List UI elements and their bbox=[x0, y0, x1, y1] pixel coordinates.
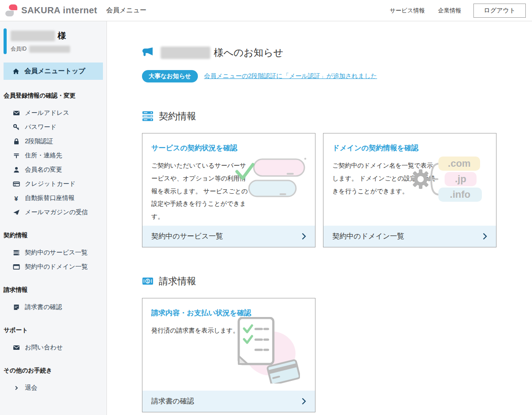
billing-section-heading: 1 請求情報 bbox=[142, 275, 497, 287]
browser-window-icon bbox=[12, 263, 20, 271]
sidebar-item-contact[interactable]: お問い合わせ bbox=[12, 341, 103, 355]
key-icon bbox=[12, 124, 20, 131]
server-stack-icon bbox=[142, 111, 154, 121]
sidebar-section-title: その他のお手続き bbox=[4, 367, 103, 375]
sidebar-section-title: 契約情報 bbox=[4, 231, 103, 239]
logout-button[interactable]: ログアウト bbox=[473, 4, 526, 18]
sidebar-item-label: お問い合わせ bbox=[25, 344, 63, 352]
sidebar-item-label: メールアドレス bbox=[25, 109, 69, 117]
notice-link[interactable]: 会員メニューの2段階認証に「メール認証」が追加されました bbox=[204, 72, 377, 80]
card-body: 発行済の請求書を表示します。 bbox=[151, 324, 306, 337]
sidebar-item-member-name[interactable]: 会員名の変更 bbox=[12, 163, 103, 177]
sidebar-item-member-menu-top[interactable]: 会員メニュートップ bbox=[4, 63, 103, 80]
megaphone-icon bbox=[142, 47, 154, 59]
service-list-link[interactable]: 契約中のサービス一覧 bbox=[142, 226, 315, 247]
sidebar-item-label: 契約中のサービス一覧 bbox=[25, 249, 87, 257]
section-title: 契約情報 bbox=[159, 110, 196, 122]
sidebar-item-label: 会員名の変更 bbox=[25, 166, 62, 174]
sidebar-item-credit-card[interactable]: クレジットカード bbox=[12, 177, 103, 191]
mail-icon bbox=[12, 110, 20, 117]
sidebar-item-two-factor[interactable]: 2段階認証 bbox=[12, 134, 103, 149]
chevron-right-icon bbox=[483, 233, 487, 240]
sidebar-item-label: 契約中のドメイン一覧 bbox=[25, 263, 88, 271]
brand-name: SAKURA internet bbox=[21, 5, 97, 16]
sidebar-item-label: 2段階認証 bbox=[25, 137, 53, 145]
sidebar-item-service-list[interactable]: 契約中のサービス一覧 bbox=[12, 246, 103, 260]
invoice-icon bbox=[12, 304, 20, 311]
sidebar-item-label: 退会 bbox=[25, 384, 37, 392]
card-body: ご契約中のドメイン名を一覧で表示します。 ドメインごとの設定や手続きを行うことが… bbox=[332, 159, 437, 197]
card-title: 請求内容・お支払い状況を確認 bbox=[151, 309, 306, 318]
domain-contract-card: ドメインの契約情報を確認 ご契約中のドメイン名を一覧で表示します。 ドメインごと… bbox=[323, 133, 497, 247]
page-label: 会員メニュー bbox=[106, 6, 146, 15]
svg-text:1: 1 bbox=[146, 279, 149, 283]
invoice-check-link[interactable]: 請求書の確認 bbox=[142, 391, 315, 412]
notice-row: 大事なお知らせ 会員メニューの2段階認証に「メール認証」が追加されました bbox=[142, 70, 497, 82]
sidebar-item-invoice-check[interactable]: 請求書の確認 bbox=[12, 300, 103, 314]
chevron-right-icon bbox=[302, 233, 306, 240]
home-icon bbox=[12, 67, 20, 75]
member-id-label: 会員ID bbox=[11, 45, 27, 53]
user-accent-bar bbox=[4, 28, 7, 54]
user-block: 様 会員ID bbox=[0, 21, 106, 53]
sidebar-section-title: サポート bbox=[4, 326, 103, 334]
banknote-icon: 1 bbox=[142, 276, 154, 286]
redacted-user-name bbox=[161, 47, 210, 59]
important-notice-badge: 大事なお知らせ bbox=[142, 70, 198, 82]
chevron-right-icon bbox=[302, 398, 306, 405]
card-title: サービスの契約状況を確認 bbox=[151, 144, 306, 153]
footer-label: 契約中のドメイン一覧 bbox=[332, 232, 404, 241]
footer-label: 請求書の確認 bbox=[151, 397, 194, 406]
sidebar-item-domain-list[interactable]: 契約中のドメイン一覧 bbox=[12, 260, 103, 274]
lock-icon bbox=[12, 138, 20, 145]
credit-card-icon bbox=[12, 180, 20, 188]
sidebar-item-label: 住所・連絡先 bbox=[25, 152, 62, 160]
sidebar-item-label: 請求書の確認 bbox=[25, 303, 62, 311]
sidebar-item-password[interactable]: パスワード bbox=[12, 120, 103, 134]
card-title: ドメインの契約情報を確認 bbox=[332, 144, 487, 153]
sidebar-item-label: 会員メニュートップ bbox=[24, 67, 85, 75]
sidebar-section-title: 請求情報 bbox=[4, 286, 103, 294]
yen-icon: ¥ bbox=[12, 195, 20, 202]
sakura-logo-icon bbox=[5, 4, 17, 16]
contract-section-heading: 契約情報 bbox=[142, 110, 497, 122]
card-body: ご契約いただいているサーバーサービスや、オプション等の利用情報を表示します。 サ… bbox=[151, 159, 251, 223]
sidebar-item-withdraw[interactable]: 退会 bbox=[12, 381, 103, 395]
nav-service-info-link[interactable]: サービス情報 bbox=[390, 7, 425, 15]
domain-list-link[interactable]: 契約中のドメイン一覧 bbox=[323, 226, 496, 247]
sidebar-item-label: 自動振替口座情報 bbox=[25, 194, 75, 202]
redacted-member-id bbox=[29, 46, 70, 53]
chevron-right-icon bbox=[12, 384, 20, 392]
user-icon bbox=[12, 166, 20, 174]
sidebar-item-label: パスワード bbox=[25, 123, 56, 131]
announcement-heading: 様へのお知らせ bbox=[142, 46, 497, 59]
footer-label: 契約中のサービス一覧 bbox=[151, 232, 223, 241]
postal-mark-icon bbox=[12, 152, 20, 160]
sidebar-item-email[interactable]: メールアドレス bbox=[12, 106, 103, 120]
sidebar: 様 会員ID 会員メニュートップ 会員登録情報の確認・変更 メールアドレス bbox=[0, 21, 107, 415]
section-title: 請求情報 bbox=[159, 275, 196, 287]
server-stack-icon bbox=[12, 249, 20, 257]
sidebar-item-address[interactable]: 住所・連絡先 bbox=[12, 149, 103, 163]
service-contract-card: サービスの契約状況を確認 ご契約いただいているサーバーサービスや、オプション等の… bbox=[142, 133, 315, 247]
announcement-title: 様へのお知らせ bbox=[214, 46, 284, 59]
sidebar-item-mail-magazine[interactable]: メールマガジンの受信 bbox=[12, 205, 103, 219]
mail-icon bbox=[12, 344, 20, 352]
app-header: SAKURA internet 会員メニュー サービス情報 企業情報 ログアウト bbox=[0, 0, 532, 21]
nav-company-info-link[interactable]: 企業情報 bbox=[438, 7, 461, 15]
billing-card: 請求内容・お支払い状況を確認 発行済の請求書を表示します。 bbox=[142, 298, 315, 412]
header-nav: サービス情報 企業情報 bbox=[390, 7, 461, 15]
sidebar-item-label: メールマガジンの受信 bbox=[25, 208, 88, 216]
sidebar-item-bank-transfer[interactable]: ¥ 自動振替口座情報 bbox=[12, 191, 103, 205]
redacted-user-name bbox=[11, 31, 55, 41]
sidebar-section-title: 会員登録情報の確認・変更 bbox=[4, 92, 103, 100]
paper-plane-icon bbox=[12, 209, 20, 216]
main-content: 様へのお知らせ 大事なお知らせ 会員メニューの2段階認証に「メール認証」が追加さ… bbox=[107, 21, 532, 415]
user-name-suffix: 様 bbox=[58, 30, 66, 42]
sidebar-item-label: クレジットカード bbox=[25, 180, 75, 188]
